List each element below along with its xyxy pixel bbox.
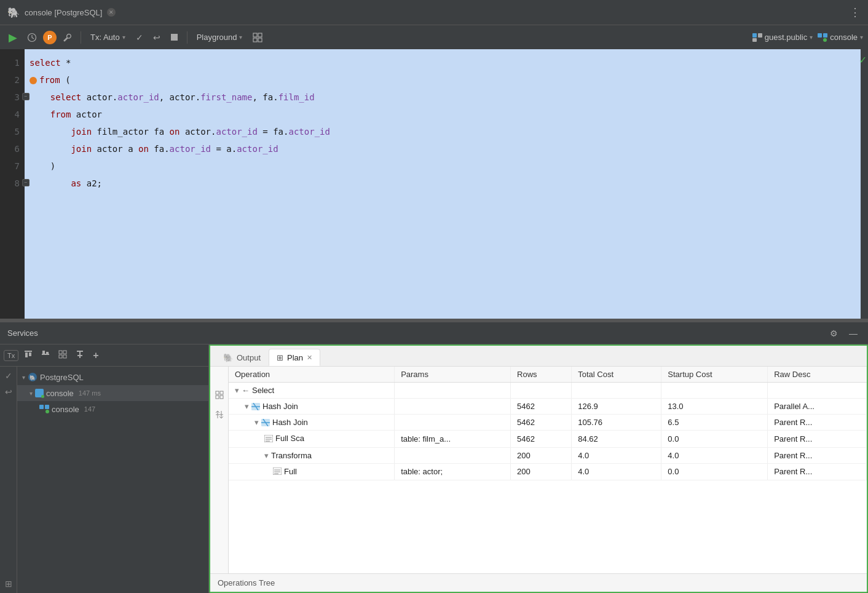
fold-arrow-3[interactable]: − [22, 93, 30, 100]
history-button[interactable] [23, 30, 41, 45]
expand-all-icon [215, 391, 224, 399]
op-label: Hash Join [262, 402, 298, 411]
arrow-icon: ← [242, 386, 250, 395]
console-conn-icon [818, 33, 827, 42]
raw-desc-cell: Parallel A... [768, 399, 867, 415]
user-button[interactable]: P [43, 31, 57, 44]
check-button[interactable]: ✓ [132, 30, 147, 45]
postgresql-icon: 🐘 [28, 372, 37, 382]
svg-text:🐘: 🐘 [30, 375, 36, 381]
svg-rect-18 [59, 351, 62, 354]
fit-columns-button[interactable] [210, 406, 228, 423]
output-tab-icon: 🐘 [223, 353, 233, 362]
schema-dropdown[interactable]: guest.public ▾ [752, 33, 813, 42]
add-service-button[interactable]: + [90, 348, 101, 363]
services-tree-area: ✓ ↩ ⊞ ▾ 🐘 PostgreSQL [0, 367, 208, 593]
code-line-8: as a2; [30, 175, 861, 192]
table-row[interactable]: ▾ Transforma 200 4.0 4.0 Parent R... [229, 447, 867, 463]
stop-icon [170, 33, 178, 41]
svg-rect-34 [220, 396, 223, 399]
line-num-2: 2 [0, 71, 25, 89]
run-button[interactable]: ▶ [5, 28, 21, 47]
services-gear-button[interactable]: ⚙ [826, 326, 841, 341]
tab-output[interactable]: 🐘 Output [215, 349, 269, 366]
tree-item-console-leaf[interactable]: console 147 [17, 401, 208, 417]
startup-cost-cell: 6.5 [661, 415, 768, 431]
footer-text: Operations Tree [218, 578, 275, 587]
table-row[interactable]: ▾ ← Select [229, 383, 867, 399]
editor-scrollbar[interactable]: ✓ [861, 49, 868, 319]
console-chevron-icon: ▾ [860, 34, 863, 41]
code-line-4: from actor [30, 106, 861, 123]
line-num-1: 1 [0, 54, 25, 71]
layout-icon[interactable]: ⊞ [3, 577, 14, 591]
grid-button[interactable] [249, 30, 266, 45]
console-dropdown[interactable]: console ▾ [818, 33, 863, 42]
svg-rect-19 [63, 351, 66, 354]
align-top-button[interactable] [21, 348, 36, 362]
wrench-button[interactable] [59, 30, 76, 44]
svg-point-30 [45, 410, 49, 413]
line-numbers: 1 2 3 − 4 5 6 7 8 − [0, 49, 25, 319]
left-action-icons: ✓ ↩ ⊞ [0, 367, 17, 593]
checkmark-icon[interactable]: ✓ [3, 369, 14, 383]
close-tab-button[interactable]: ✕ [107, 8, 116, 17]
total-cost-cell: 84.62 [572, 431, 661, 448]
align-center-button[interactable] [38, 348, 53, 362]
expand-all-button[interactable] [210, 386, 228, 404]
tree-item-postgresql[interactable]: ▾ 🐘 PostgreSQL [17, 369, 208, 385]
grid-view-button[interactable] [55, 348, 70, 362]
hash-join-icon-2 [261, 419, 270, 426]
more-options-button[interactable]: ⋮ [850, 6, 861, 19]
table-row[interactable]: Full table: actor; 200 4.0 0.0 Parent R.… [229, 463, 867, 480]
op-cell: ▾ Transforma [229, 447, 395, 463]
table-row[interactable]: Full Sca table: film_a... 5462 84.62 0.0… [229, 431, 867, 448]
plan-tab-icon: ⊞ [277, 353, 283, 362]
add-to-favorites-button[interactable] [73, 348, 87, 362]
undo-button[interactable]: ↩ [149, 30, 164, 45]
code-editor[interactable]: 1 2 3 − 4 5 6 7 8 − select * from ( sele… [0, 49, 861, 319]
tree-item-console-parent[interactable]: ▾ console 147 ms [17, 385, 208, 401]
code-content[interactable]: select * from ( select actor.actor_id, a… [25, 49, 861, 319]
params-cell [395, 383, 511, 399]
raw-desc-cell: Parent R... [768, 415, 867, 431]
op-cell: Full [229, 463, 395, 480]
row-expand-icon[interactable]: ▾ [254, 418, 259, 427]
row-expand-icon[interactable]: ▾ [264, 451, 269, 460]
toolbar: ▶ P Tx: Auto ▾ ✓ ↩ Playground ▾ [0, 25, 868, 49]
svg-rect-20 [59, 355, 62, 358]
schema-icon [752, 33, 762, 42]
services-minus-button[interactable]: — [846, 326, 861, 341]
playground-dropdown[interactable]: Playground ▾ [192, 30, 247, 44]
services-toolbar: Tx [0, 344, 208, 367]
col-total-cost: Total Cost [572, 367, 661, 383]
op-label: Full [284, 467, 297, 476]
close-plan-tab-button[interactable]: ✕ [307, 354, 312, 362]
row-expand-icon[interactable]: ▾ [235, 386, 239, 395]
tx-dropdown[interactable]: Tx: Auto ▾ [86, 30, 130, 44]
row-actions-column [210, 367, 229, 573]
col-params: Params [395, 367, 511, 383]
results-table-wrap: Operation Params Rows Total Cost Startup… [210, 367, 867, 573]
params-cell: table: actor; [395, 463, 511, 480]
fold-arrow-8[interactable]: − [22, 179, 30, 186]
rows-cell: 5462 [511, 415, 572, 431]
undo-left-icon[interactable]: ↩ [3, 385, 14, 399]
op-label: Hash Join [272, 418, 308, 427]
hash-join-icon [251, 403, 260, 410]
total-cost-cell: 105.76 [572, 415, 661, 431]
services-title: Services [7, 328, 38, 338]
row-expand-icon[interactable]: ▾ [245, 402, 249, 411]
op-cell: ▾ Hash Join [229, 399, 395, 415]
tree-label-console-parent: console [46, 389, 74, 398]
table-row[interactable]: ▾ Hash Join [229, 399, 867, 415]
stop-button[interactable] [167, 31, 182, 44]
align-top-icon [24, 350, 33, 359]
expand-chevron-console-parent: ▾ [30, 390, 33, 397]
total-cost-cell: 4.0 [572, 447, 661, 463]
svg-rect-1 [171, 34, 178, 41]
tab-plan[interactable]: ⊞ Plan ✕ [269, 349, 320, 366]
tx-badge[interactable]: Tx [4, 350, 18, 361]
table-row[interactable]: ▾ Hash Join [229, 415, 867, 431]
startup-cost-cell [661, 383, 768, 399]
